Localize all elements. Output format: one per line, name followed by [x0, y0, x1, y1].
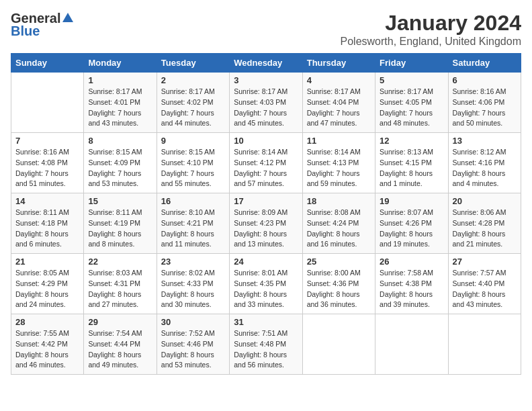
calendar-cell: 30Sunrise: 7:52 AMSunset: 4:46 PMDayligh… [157, 314, 229, 375]
day-info: Sunrise: 7:51 AMSunset: 4:48 PMDaylight:… [234, 328, 298, 371]
day-info: Sunrise: 8:13 AMSunset: 4:15 PMDaylight:… [380, 147, 443, 189]
day-number: 18 [307, 196, 371, 206]
calendar-cell [11, 73, 84, 133]
day-number: 2 [161, 75, 225, 85]
day-number: 12 [380, 136, 443, 146]
day-info: Sunrise: 7:57 AMSunset: 4:40 PMDaylight:… [453, 268, 517, 310]
day-number: 15 [88, 196, 152, 206]
day-number: 1 [88, 75, 152, 85]
header-friday: Friday [375, 54, 448, 73]
day-info: Sunrise: 8:10 AMSunset: 4:21 PMDaylight:… [161, 208, 225, 250]
day-number: 27 [453, 257, 517, 267]
header-saturday: Saturday [448, 54, 521, 73]
day-number: 16 [161, 196, 225, 206]
calendar-cell: 25Sunrise: 8:00 AMSunset: 4:36 PMDayligh… [302, 254, 375, 314]
day-info: Sunrise: 8:17 AMSunset: 4:04 PMDaylight:… [307, 87, 371, 129]
calendar-cell: 3Sunrise: 8:17 AMSunset: 4:03 PMDaylight… [230, 73, 302, 133]
calendar-cell: 10Sunrise: 8:14 AMSunset: 4:12 PMDayligh… [230, 133, 302, 193]
calendar-cell: 19Sunrise: 8:07 AMSunset: 4:26 PMDayligh… [375, 193, 448, 254]
day-number: 4 [307, 75, 371, 85]
day-number: 10 [234, 136, 298, 146]
header-wednesday: Wednesday [230, 54, 302, 73]
day-number: 14 [15, 196, 79, 206]
calendar-cell: 15Sunrise: 8:11 AMSunset: 4:19 PMDayligh… [84, 193, 157, 254]
calendar-cell: 12Sunrise: 8:13 AMSunset: 4:15 PMDayligh… [375, 133, 448, 193]
day-info: Sunrise: 8:03 AMSunset: 4:31 PMDaylight:… [88, 268, 152, 310]
day-info: Sunrise: 8:07 AMSunset: 4:26 PMDaylight:… [380, 208, 443, 250]
calendar-table: SundayMondayTuesdayWednesdayThursdayFrid… [11, 53, 521, 375]
title-area: January 2024 Polesworth, England, United… [341, 11, 522, 48]
day-info: Sunrise: 7:58 AMSunset: 4:38 PMDaylight:… [380, 268, 443, 310]
calendar-week-3: 14Sunrise: 8:11 AMSunset: 4:18 PMDayligh… [11, 193, 521, 254]
day-info: Sunrise: 8:08 AMSunset: 4:24 PMDaylight:… [307, 208, 371, 250]
day-number: 7 [15, 136, 79, 146]
logo-blue-text: Blue [11, 24, 40, 39]
calendar-cell: 8Sunrise: 8:15 AMSunset: 4:09 PMDaylight… [84, 133, 157, 193]
calendar-week-5: 28Sunrise: 7:55 AMSunset: 4:42 PMDayligh… [11, 314, 521, 375]
calendar-cell: 11Sunrise: 8:14 AMSunset: 4:13 PMDayligh… [302, 133, 375, 193]
calendar-cell: 18Sunrise: 8:08 AMSunset: 4:24 PMDayligh… [302, 193, 375, 254]
logo: General Blue [11, 11, 75, 39]
day-info: Sunrise: 8:06 AMSunset: 4:28 PMDaylight:… [453, 208, 517, 250]
calendar-week-4: 21Sunrise: 8:05 AMSunset: 4:29 PMDayligh… [11, 254, 521, 314]
day-number: 24 [234, 257, 298, 267]
day-info: Sunrise: 7:54 AMSunset: 4:44 PMDaylight:… [88, 328, 152, 371]
day-number: 11 [307, 136, 371, 146]
calendar-cell: 6Sunrise: 8:16 AMSunset: 4:06 PMDaylight… [448, 73, 521, 133]
calendar-cell: 26Sunrise: 7:58 AMSunset: 4:38 PMDayligh… [375, 254, 448, 314]
calendar-cell: 20Sunrise: 8:06 AMSunset: 4:28 PMDayligh… [448, 193, 521, 254]
day-number: 9 [161, 136, 225, 146]
calendar-cell: 17Sunrise: 8:09 AMSunset: 4:23 PMDayligh… [230, 193, 302, 254]
day-info: Sunrise: 8:17 AMSunset: 4:03 PMDaylight:… [234, 87, 298, 129]
day-number: 26 [380, 257, 443, 267]
day-info: Sunrise: 8:05 AMSunset: 4:29 PMDaylight:… [15, 268, 79, 310]
day-number: 5 [380, 75, 443, 85]
location-title: Polesworth, England, United Kingdom [341, 36, 522, 48]
calendar-cell [448, 314, 521, 375]
logo-icon [61, 11, 75, 25]
day-info: Sunrise: 8:17 AMSunset: 4:02 PMDaylight:… [161, 87, 225, 129]
calendar-cell: 2Sunrise: 8:17 AMSunset: 4:02 PMDaylight… [157, 73, 229, 133]
day-info: Sunrise: 8:11 AMSunset: 4:18 PMDaylight:… [15, 208, 79, 250]
day-info: Sunrise: 8:09 AMSunset: 4:23 PMDaylight:… [234, 208, 298, 250]
day-number: 13 [453, 136, 517, 146]
day-info: Sunrise: 8:01 AMSunset: 4:35 PMDaylight:… [234, 268, 298, 310]
day-number: 6 [453, 75, 517, 85]
day-number: 23 [161, 257, 225, 267]
calendar-cell [375, 314, 448, 375]
day-number: 29 [88, 317, 152, 327]
calendar-cell: 14Sunrise: 8:11 AMSunset: 4:18 PMDayligh… [11, 193, 84, 254]
header-tuesday: Tuesday [157, 54, 229, 73]
calendar-cell: 21Sunrise: 8:05 AMSunset: 4:29 PMDayligh… [11, 254, 84, 314]
day-info: Sunrise: 8:00 AMSunset: 4:36 PMDaylight:… [307, 268, 371, 310]
day-info: Sunrise: 8:11 AMSunset: 4:19 PMDaylight:… [88, 208, 152, 250]
calendar-cell: 24Sunrise: 8:01 AMSunset: 4:35 PMDayligh… [230, 254, 302, 314]
calendar-cell: 7Sunrise: 8:16 AMSunset: 4:08 PMDaylight… [11, 133, 84, 193]
month-title: January 2024 [341, 11, 522, 36]
day-number: 17 [234, 196, 298, 206]
calendar-cell: 28Sunrise: 7:55 AMSunset: 4:42 PMDayligh… [11, 314, 84, 375]
day-number: 19 [380, 196, 443, 206]
calendar-cell: 29Sunrise: 7:54 AMSunset: 4:44 PMDayligh… [84, 314, 157, 375]
day-info: Sunrise: 8:14 AMSunset: 4:13 PMDaylight:… [307, 147, 371, 189]
day-info: Sunrise: 7:55 AMSunset: 4:42 PMDaylight:… [15, 328, 79, 371]
calendar-cell: 16Sunrise: 8:10 AMSunset: 4:21 PMDayligh… [157, 193, 229, 254]
day-info: Sunrise: 7:52 AMSunset: 4:46 PMDaylight:… [161, 328, 225, 371]
calendar-week-1: 1Sunrise: 8:17 AMSunset: 4:01 PMDaylight… [11, 73, 521, 133]
page-header: General Blue January 2024 Polesworth, En… [11, 11, 521, 48]
day-info: Sunrise: 8:16 AMSunset: 4:06 PMDaylight:… [453, 87, 517, 129]
calendar-cell [302, 314, 375, 375]
calendar-cell: 13Sunrise: 8:12 AMSunset: 4:16 PMDayligh… [448, 133, 521, 193]
day-number: 25 [307, 257, 371, 267]
header-monday: Monday [84, 54, 157, 73]
day-number: 21 [15, 257, 79, 267]
calendar-cell: 22Sunrise: 8:03 AMSunset: 4:31 PMDayligh… [84, 254, 157, 314]
header-sunday: Sunday [11, 54, 84, 73]
day-number: 8 [88, 136, 152, 146]
calendar-cell: 4Sunrise: 8:17 AMSunset: 4:04 PMDaylight… [302, 73, 375, 133]
svg-marker-0 [62, 13, 73, 22]
calendar-cell: 1Sunrise: 8:17 AMSunset: 4:01 PMDaylight… [84, 73, 157, 133]
calendar-header-row: SundayMondayTuesdayWednesdayThursdayFrid… [11, 54, 521, 73]
calendar-cell: 5Sunrise: 8:17 AMSunset: 4:05 PMDaylight… [375, 73, 448, 133]
day-number: 22 [88, 257, 152, 267]
